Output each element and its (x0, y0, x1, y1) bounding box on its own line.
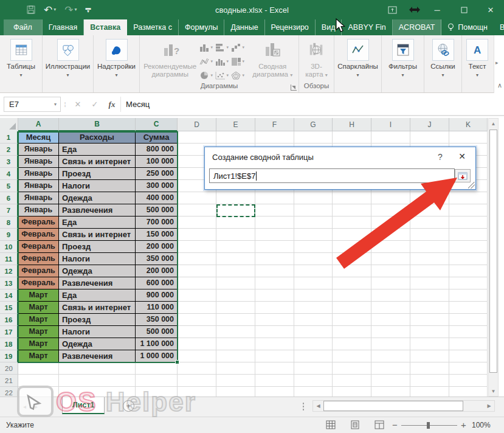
cell-A4[interactable]: Январь (18, 168, 59, 180)
cell-I1[interactable] (371, 131, 410, 144)
links-button[interactable]: Ссылки ▾ (426, 36, 460, 78)
zoom-slider-thumb[interactable] (427, 422, 430, 429)
cell-J18[interactable] (410, 338, 449, 350)
cell-K20[interactable] (449, 362, 488, 375)
cell-H6[interactable] (333, 192, 371, 204)
cell-F12[interactable] (255, 265, 294, 277)
illustrations-button[interactable]: Иллюстрации ▾ (44, 36, 91, 78)
scroll-left-icon[interactable]: ◀ (313, 401, 323, 411)
cell-A5[interactable]: Январь (18, 180, 59, 192)
cell-I10[interactable] (371, 241, 410, 253)
cell-F20[interactable] (255, 362, 294, 375)
histogram-chart-button[interactable]: ▾ (215, 54, 231, 68)
cell-B8[interactable]: Еда (59, 216, 136, 229)
cell-K8[interactable] (449, 216, 488, 229)
cell-D13[interactable] (178, 277, 216, 289)
cell-C19[interactable]: 1 000 000 (136, 350, 178, 362)
cell-F9[interactable] (255, 229, 294, 241)
tables-button[interactable]: Таблицы ▾ (2, 36, 40, 78)
pie-chart-button[interactable]: ▾ (199, 68, 215, 82)
cell-B21[interactable] (59, 375, 136, 387)
column-header-C[interactable]: C (136, 118, 178, 131)
column-header-K[interactable]: K (449, 118, 488, 131)
cell-E21[interactable] (216, 375, 255, 387)
row-header-17[interactable]: 17 (0, 326, 18, 338)
cell-B3[interactable]: Связь и интернет (59, 156, 136, 168)
ribbon-tab-данные[interactable]: Данные (224, 19, 264, 35)
cell-J9[interactable] (410, 229, 449, 241)
range-input[interactable]: Лист1!$E$7 (209, 168, 455, 183)
ribbon-tab-рецензиро[interactable]: Рецензиро (265, 19, 316, 35)
cell-K10[interactable] (449, 241, 488, 253)
cell-A18[interactable]: Март (18, 338, 59, 350)
cell-H20[interactable] (333, 362, 371, 375)
cell-H13[interactable] (333, 277, 371, 289)
cell-A12[interactable]: Февраль (18, 265, 59, 277)
cell-D6[interactable] (178, 192, 216, 204)
cell-D10[interactable] (178, 241, 216, 253)
cell-F19[interactable] (255, 350, 294, 362)
row-header-4[interactable]: 4 (0, 168, 18, 180)
cell-I16[interactable] (371, 314, 410, 326)
new-sheet-button[interactable]: + (123, 400, 134, 412)
cell-B19[interactable]: Развлечения (59, 350, 136, 362)
cell-I18[interactable] (371, 338, 410, 350)
cell-A11[interactable]: Февраль (18, 253, 59, 265)
cell-E20[interactable] (216, 362, 255, 375)
column-header-E[interactable]: E (216, 118, 255, 131)
cell-E12[interactable] (216, 265, 255, 277)
text-button[interactable]: A Текст ▾ (464, 36, 491, 78)
cell-G9[interactable] (294, 229, 333, 241)
cell-E7[interactable] (216, 204, 255, 216)
cell-D1[interactable] (178, 131, 216, 144)
ribbon-tab-главная[interactable]: Главная (42, 19, 85, 35)
cell-H16[interactable] (333, 314, 371, 326)
name-box-caret-icon[interactable]: ▾ (54, 102, 57, 107)
column-header-A[interactable]: A (18, 118, 59, 131)
ribbon-tab-acrobat[interactable]: ACROBAT (393, 19, 442, 35)
cell-I11[interactable] (371, 253, 410, 265)
cell-E22[interactable] (216, 387, 255, 397)
cell-D16[interactable] (178, 314, 216, 326)
maximize-button[interactable] (450, 0, 477, 19)
row-header-10[interactable]: 10 (0, 241, 18, 253)
cell-A21[interactable] (18, 375, 59, 387)
row-header-8[interactable]: 8 (0, 216, 18, 229)
cell-H10[interactable] (333, 241, 371, 253)
ribbon-tab-вид[interactable]: Вид (316, 19, 342, 35)
cell-A7[interactable]: Январь (18, 204, 59, 216)
cell-E8[interactable] (216, 216, 255, 229)
cell-F14[interactable] (255, 289, 294, 302)
row-header-12[interactable]: 12 (0, 265, 18, 277)
cell-J10[interactable] (410, 241, 449, 253)
cell-B9[interactable]: Связь и интернет (59, 229, 136, 241)
cell-J17[interactable] (410, 326, 449, 338)
cell-C6[interactable]: 400 000 (136, 192, 178, 204)
page-layout-view-button[interactable] (350, 420, 361, 430)
cell-C20[interactable] (136, 362, 178, 375)
cell-H18[interactable] (333, 338, 371, 350)
cell-C14[interactable]: 900 000 (136, 289, 178, 302)
cell-K19[interactable] (449, 350, 488, 362)
cell-K6[interactable] (449, 192, 488, 204)
zoom-out-button[interactable]: − (392, 420, 398, 430)
cell-C2[interactable]: 800 000 (136, 144, 178, 156)
collapse-dialog-button[interactable] (455, 169, 471, 182)
cell-G21[interactable] (294, 375, 333, 387)
cell-B17[interactable]: Налоги (59, 326, 136, 338)
cell-A14[interactable]: Март (18, 289, 59, 302)
ribbon-tab-формулы[interactable]: Формулы (179, 19, 224, 35)
cell-G7[interactable] (294, 204, 333, 216)
cell-G14[interactable] (294, 289, 333, 302)
cell-I20[interactable] (371, 362, 410, 375)
cell-K21[interactable] (449, 375, 488, 387)
row-header-20[interactable]: 20 (0, 362, 18, 375)
cell-E18[interactable] (216, 338, 255, 350)
cell-J1[interactable] (410, 131, 449, 144)
scatter-chart-button[interactable]: ▾ (215, 68, 231, 82)
cell-E11[interactable] (216, 253, 255, 265)
cell-K15[interactable] (449, 302, 488, 314)
cell-J12[interactable] (410, 265, 449, 277)
zoom-in-button[interactable]: + (461, 420, 466, 430)
cell-I15[interactable] (371, 302, 410, 314)
